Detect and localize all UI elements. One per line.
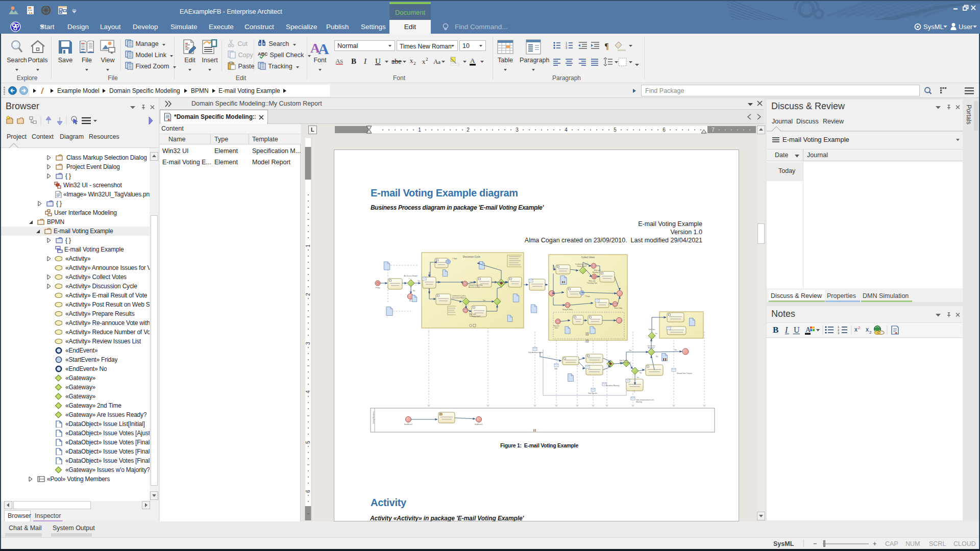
svg-text:I: I — [363, 57, 367, 65]
svg-text:No: No — [409, 300, 411, 302]
svg-text:S: S — [340, 58, 343, 64]
svg-text:Collect Votes: Collect Votes — [581, 256, 595, 259]
svg-text:Members Vote?: Members Vote? — [620, 362, 631, 364]
svg-text:Announcement: Announcement — [469, 286, 480, 288]
svg-text:Warning: Warning — [636, 401, 642, 403]
svg-text:B: B — [351, 57, 356, 65]
svg-text:Yes: Yes — [418, 280, 421, 282]
svg-text:2: 2 — [413, 61, 416, 66]
svg-text:Deadline Warning: Deadline Warning — [606, 385, 619, 387]
svg-text:No: No — [413, 290, 415, 292]
svg-text:2: 2 — [869, 330, 872, 335]
svg-text:U: U — [794, 325, 800, 334]
svg-text:a: a — [438, 59, 440, 65]
svg-text:Yes: Yes — [483, 299, 486, 302]
svg-text:3: 3 — [838, 332, 840, 335]
svg-text:Relay E-Votes: Relay E-Votes — [562, 309, 573, 311]
svg-text:7 Days: 7 Days — [585, 295, 590, 297]
svg-text:Shared Vote Timeout: Shared Vote Timeout — [677, 372, 692, 374]
svg-text:7 days: 7 days — [452, 258, 457, 260]
svg-text:A: A — [470, 57, 475, 64]
svg-text:Voting Week?: Voting Week? — [577, 265, 587, 267]
svg-text:Yes: Yes — [629, 349, 632, 352]
svg-text:Discussion Week?: Discussion Week? — [452, 297, 465, 299]
svg-text:Yes: Yes — [674, 349, 677, 351]
svg-text:Are Issues Ready?: Are Issues Ready? — [404, 275, 418, 277]
svg-text:Vote Results: Vote Results — [588, 392, 597, 394]
svg-text:I: I — [785, 325, 788, 334]
svg-text:3: 3 — [566, 46, 567, 49]
svg-text:Discussion Cycle: Discussion Cycle — [463, 256, 481, 258]
svg-text:Thursday 9am?: Thursday 9am? — [469, 315, 480, 317]
svg-text:EndEvent1: EndEvent1 — [475, 423, 483, 425]
svg-text:x: x — [410, 57, 413, 64]
svg-text:x: x — [866, 326, 869, 333]
svg-text:Vote Announcement: Vote Announcement — [528, 352, 543, 354]
svg-text:A: A — [318, 40, 329, 55]
svg-text:Friday: Friday — [376, 287, 380, 289]
svg-text:x: x — [854, 326, 857, 333]
svg-text:x: x — [422, 58, 425, 65]
svg-text:2: 2 — [426, 57, 428, 62]
svg-text:¶: ¶ — [605, 42, 609, 51]
svg-text:Vote: Vote — [555, 327, 558, 329]
svg-text:StartEvent1: StartEvent1 — [404, 423, 413, 425]
svg-text:B: B — [773, 325, 778, 335]
svg-text:Votes 1day: Votes 1day — [614, 307, 622, 309]
svg-text:No: No — [656, 356, 658, 358]
svg-text:Yes: Yes — [636, 377, 640, 379]
svg-text:Vote: Vote — [554, 368, 558, 370]
svg-text:2: 2 — [858, 325, 861, 330]
svg-text:Thursday 9am: Thursday 9am — [587, 282, 598, 284]
svg-text:Yes: Yes — [655, 333, 658, 335]
svg-text:U: U — [375, 57, 381, 65]
svg-text:Voting Members: Voting Members — [373, 411, 375, 424]
svg-text:No: No — [640, 372, 642, 374]
